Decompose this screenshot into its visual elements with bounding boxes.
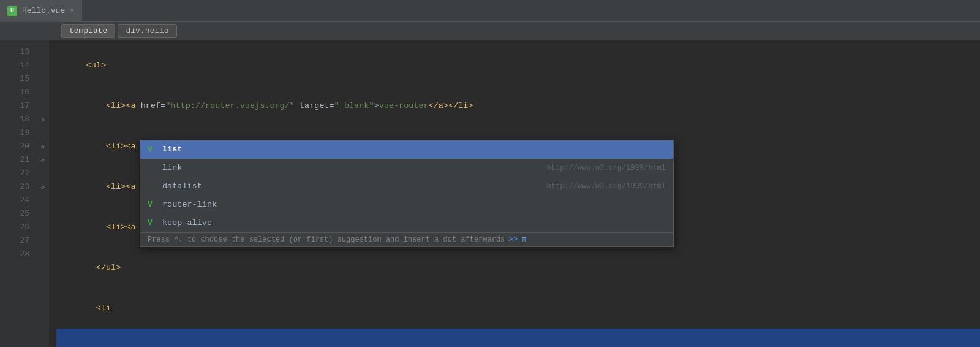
- ln-27: 27: [0, 234, 37, 248]
- breadcrumb: template div.hello: [0, 22, 980, 40]
- fold-17: [37, 99, 49, 113]
- breadcrumb-template[interactable]: template: [61, 24, 115, 38]
- ln-17: 17: [0, 99, 37, 113]
- fold-26: [37, 221, 49, 234]
- vue-component-icon-keep-alive: V: [148, 216, 157, 231]
- autocomplete-item-keep-alive[interactable]: V keep-alive: [140, 214, 673, 232]
- fold-22: [37, 167, 49, 180]
- fold-14: [37, 59, 49, 72]
- fold-24: [37, 194, 49, 207]
- fold-20[interactable]: ◇: [37, 140, 49, 153]
- ln-21: 21: [0, 153, 37, 167]
- code-line-18: </ul>: [56, 248, 980, 288]
- autocomplete-hint: Press ^. to choose the selected (or firs…: [140, 232, 673, 246]
- fold-18[interactable]: ◇: [37, 113, 49, 126]
- autocomplete-source-datalist: http://www.w3.org/1999/html: [547, 179, 666, 194]
- autocomplete-item-datalist[interactable]: datalist http://www.w3.org/1999/html: [140, 177, 673, 196]
- ln-22: 22: [0, 167, 37, 180]
- ln-15: 15: [0, 72, 37, 86]
- tab-close-button[interactable]: ×: [70, 7, 74, 15]
- ln-26: 26: [0, 221, 37, 234]
- line-numbers: 13 14 15 16 17 18 19 20 21 22 23 24 25 2…: [0, 40, 37, 347]
- fold-23[interactable]: ◇: [37, 180, 49, 194]
- code-line-13: <ul>: [56, 45, 980, 86]
- ln-23: 23: [0, 180, 37, 194]
- autocomplete-dropdown[interactable]: V list link http://www.w3.org/1999/html …: [140, 140, 674, 247]
- vue-component-icon-list: V: [148, 142, 157, 157]
- ln-24: 24: [0, 194, 37, 207]
- fold-19: [37, 126, 49, 140]
- ln-13: 13: [0, 45, 37, 59]
- autocomplete-label-list: list: [162, 142, 666, 157]
- file-tab[interactable]: H Hello.vue ×: [0, 0, 82, 22]
- file-type-icon: H: [7, 6, 17, 16]
- tab-bar: H Hello.vue ×: [0, 0, 980, 22]
- autocomplete-item-link[interactable]: link http://www.w3.org/1999/html: [140, 159, 673, 177]
- ln-19: 19: [0, 126, 37, 140]
- autocomplete-item-router-link[interactable]: V router-link: [140, 196, 673, 214]
- code-line-14: <li><a href="http://router.vuejs.org/" t…: [56, 86, 980, 126]
- fold-markers: ◇ ◇ ◇ ◇: [37, 40, 49, 347]
- code-editor: 13 14 15 16 17 18 19 20 21 22 23 24 25 2…: [0, 40, 980, 347]
- fold-15: [37, 72, 49, 86]
- hint-text: Press ^. to choose the selected (or firs…: [148, 235, 505, 244]
- fold-27: [37, 234, 49, 248]
- ln-25: 25: [0, 207, 37, 221]
- ln-14: 14: [0, 59, 37, 72]
- ln-18: 18: [0, 113, 37, 126]
- autocomplete-label-keep-alive: keep-alive: [162, 216, 666, 231]
- ln-20: 20: [0, 140, 37, 153]
- code-line-20: [56, 329, 980, 347]
- fold-16: [37, 86, 49, 99]
- breadcrumb-div-hello[interactable]: div.hello: [118, 24, 176, 38]
- autocomplete-label-router-link: router-link: [162, 197, 666, 212]
- fold-13: [37, 45, 49, 59]
- code-content[interactable]: <ul> <li><a href="http://router.vuejs.or…: [49, 40, 980, 347]
- hint-shortcut: >> π: [508, 235, 526, 244]
- autocomplete-label-link: link: [162, 161, 547, 175]
- autocomplete-source-link: http://www.w3.org/1999/html: [547, 161, 666, 175]
- code-line-19: <li: [56, 288, 980, 329]
- tab-filename: Hello.vue: [22, 6, 65, 15]
- fold-28: [37, 248, 49, 261]
- fold-21[interactable]: ◇: [37, 153, 49, 167]
- autocomplete-label-datalist: datalist: [162, 179, 547, 194]
- autocomplete-item-list[interactable]: V list: [140, 140, 673, 159]
- ln-16: 16: [0, 86, 37, 99]
- vue-component-icon-router-link: V: [148, 197, 157, 212]
- fold-25: [37, 207, 49, 221]
- ln-28: 28: [0, 248, 37, 261]
